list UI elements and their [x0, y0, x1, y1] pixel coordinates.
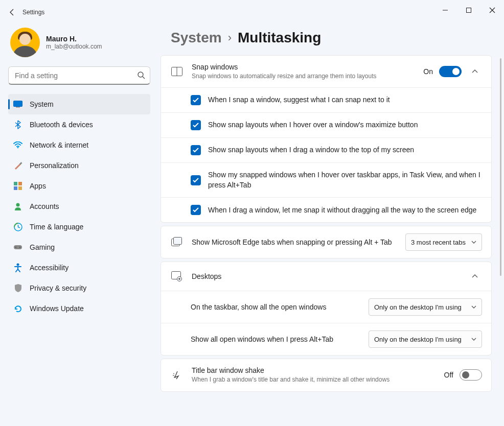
apps-icon	[13, 181, 22, 191]
svg-point-2	[138, 72, 143, 77]
svg-rect-1	[467, 8, 471, 13]
snap-option-row[interactable]: When I drag a window, let me snap it wit…	[161, 197, 491, 222]
snap-windows-row[interactable]: Snap windows Snap windows to automatical…	[161, 56, 491, 87]
nav-label: Gaming	[30, 243, 55, 251]
nav-apps[interactable]: Apps	[8, 176, 150, 196]
snap-option-row[interactable]: Show my snapped windows when I hover ove…	[161, 162, 491, 197]
checkbox-checked[interactable]	[191, 120, 201, 130]
nav-personalization[interactable]: Personalization	[8, 155, 150, 176]
edge-tabs-icon	[170, 237, 184, 247]
snap-option-row[interactable]: Show snap layouts when I hover over a wi…	[161, 112, 491, 137]
window-title: Settings	[22, 9, 44, 16]
desktops-row[interactable]: Desktops	[161, 262, 491, 291]
snap-option-row[interactable]: When I snap a window, suggest what I can…	[161, 87, 491, 112]
shake-desc: When I grab a window's title bar and sha…	[192, 375, 436, 384]
shake-toggle[interactable]	[460, 369, 482, 381]
chevron-up-icon[interactable]	[468, 64, 482, 79]
svg-line-3	[143, 77, 145, 79]
chevron-down-icon	[471, 338, 476, 341]
brush-icon	[13, 161, 22, 170]
desktop-opt-label: Show all open windows when I press Alt+T…	[191, 335, 360, 343]
checkbox-checked[interactable]	[191, 145, 201, 155]
desktop-opt-row: Show all open windows when I press Alt+T…	[161, 323, 491, 355]
svg-rect-10	[14, 186, 17, 190]
nav-gaming[interactable]: Gaming	[8, 237, 150, 257]
snap-option-label: When I snap a window, suggest what I can…	[208, 95, 482, 105]
maximize-button[interactable]	[457, 0, 480, 20]
accessibility-icon	[13, 263, 22, 272]
nav-label: Personalization	[30, 161, 79, 170]
svg-rect-5	[16, 107, 20, 108]
system-icon	[13, 100, 22, 109]
svg-point-15	[15, 247, 16, 248]
back-button[interactable]	[4, 4, 20, 20]
snap-windows-card: Snap windows Snap windows to automatical…	[161, 55, 492, 223]
chevron-up-icon[interactable]	[468, 269, 482, 283]
svg-point-16	[19, 247, 20, 248]
nav-accessibility[interactable]: Accessibility	[8, 257, 150, 278]
nav-time[interactable]: Time & language	[8, 217, 150, 237]
nav-label: Accessibility	[30, 264, 68, 272]
chevron-right-icon: ›	[228, 31, 232, 44]
nav-privacy[interactable]: Privacy & security	[8, 278, 150, 298]
dropdown-value: Only on the desktop I'm using	[374, 303, 462, 311]
checkbox-checked[interactable]	[191, 95, 201, 105]
shake-icon	[170, 369, 184, 381]
shield-icon	[13, 283, 22, 293]
desktops-icon	[170, 271, 184, 281]
checkbox-checked[interactable]	[191, 175, 201, 185]
nav-label: Network & internet	[30, 141, 88, 149]
snap-option-label: Show snap layouts when I drag a window t…	[208, 145, 482, 155]
search-input[interactable]	[8, 66, 150, 85]
user-profile[interactable]: Mauro H. m_lab@outlook.com	[8, 28, 150, 57]
nav-label: Accounts	[30, 202, 59, 210]
person-icon	[13, 202, 22, 211]
scrollbar[interactable]	[500, 58, 502, 421]
svg-rect-14	[14, 245, 22, 249]
desktops-title: Desktops	[192, 272, 460, 280]
nav-label: Apps	[30, 182, 46, 190]
desktop-opt2-dropdown[interactable]: Only on the desktop I'm using	[369, 330, 482, 348]
nav-label: Privacy & security	[30, 284, 86, 292]
nav-label: System	[30, 100, 54, 108]
shake-toggle-label: Off	[444, 371, 453, 379]
dropdown-value: 3 most recent tabs	[411, 239, 466, 246]
minimize-button[interactable]	[433, 0, 457, 20]
edge-dropdown[interactable]: 3 most recent tabs	[405, 233, 482, 251]
desktop-opt1-dropdown[interactable]: Only on the desktop I'm using	[369, 298, 482, 316]
breadcrumb: System › Multitasking	[161, 30, 492, 46]
nav-network[interactable]: Network & internet	[8, 135, 150, 155]
search-container	[8, 66, 150, 85]
snap-option-label: Show my snapped windows when I hover ove…	[208, 170, 482, 190]
gamepad-icon	[13, 243, 22, 252]
nav-system[interactable]: System	[8, 94, 150, 114]
edge-tabs-card: Show Microsoft Edge tabs when snapping o…	[161, 226, 492, 258]
nav-bluetooth[interactable]: Bluetooth & devices	[8, 114, 150, 135]
shake-title: Title bar window shake	[192, 366, 436, 374]
snap-option-row[interactable]: Show snap layouts when I drag a window t…	[161, 137, 491, 162]
chevron-down-icon	[471, 305, 476, 309]
dropdown-value: Only on the desktop I'm using	[374, 336, 462, 343]
close-button[interactable]	[480, 0, 504, 20]
edge-tabs-row: Show Microsoft Edge tabs when snapping o…	[161, 226, 491, 258]
user-name: Mauro H.	[46, 35, 102, 43]
svg-rect-8	[14, 182, 17, 185]
snap-toggle[interactable]	[439, 66, 462, 77]
nav-update[interactable]: Windows Update	[8, 298, 150, 319]
titlebar-shake-row: Title bar window shake When I grab a win…	[161, 359, 491, 391]
edge-title: Show Microsoft Edge tabs when snapping o…	[192, 238, 397, 246]
page-title: Multitasking	[238, 30, 321, 46]
breadcrumb-parent[interactable]: System	[171, 30, 222, 46]
snap-option-label: Show snap layouts when I hover over a wi…	[208, 120, 482, 130]
snap-desc: Snap windows to automatically resize and…	[192, 72, 415, 80]
chevron-down-icon	[471, 241, 476, 244]
nav-label: Time & language	[30, 223, 83, 231]
update-icon	[13, 304, 22, 313]
nav-label: Bluetooth & devices	[30, 121, 93, 129]
snap-title: Snap windows	[192, 63, 415, 71]
svg-point-6	[17, 147, 19, 149]
avatar	[10, 28, 40, 57]
clock-icon	[13, 222, 22, 231]
checkbox-checked[interactable]	[191, 205, 201, 215]
nav-accounts[interactable]: Accounts	[8, 196, 150, 217]
